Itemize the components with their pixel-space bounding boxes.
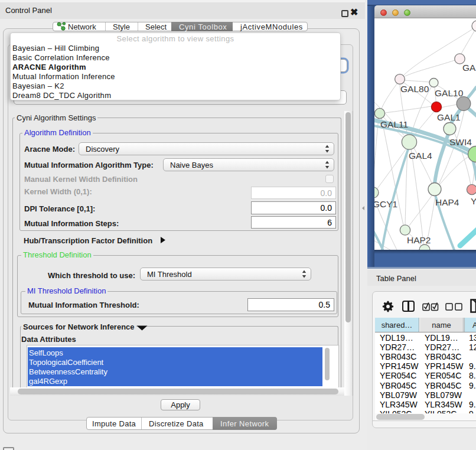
svg-text:SWI4: SWI4 <box>449 137 472 147</box>
svg-text:GCY1: GCY1 <box>374 199 397 209</box>
svg-text:YJ: YJ <box>471 196 476 206</box>
svg-text:GAL10: GAL10 <box>435 88 464 98</box>
svg-text:GAL11: GAL11 <box>380 119 408 129</box>
svg-text:GAL7: GAL7 <box>462 63 476 73</box>
svg-text:HAP4: HAP4 <box>435 197 459 207</box>
svg-text:GAL80: GAL80 <box>400 84 429 94</box>
svg-text:GAL4: GAL4 <box>409 151 432 161</box>
svg-text:GAL1: GAL1 <box>437 112 461 122</box>
svg-text:HAP2: HAP2 <box>407 235 431 245</box>
